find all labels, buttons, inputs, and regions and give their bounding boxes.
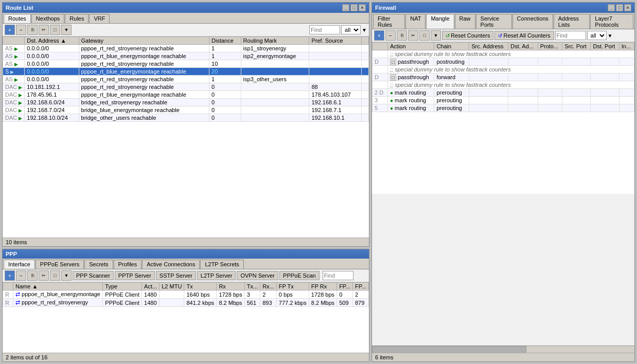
- route-filter-arrow[interactable]: ▼: [362, 27, 367, 33]
- add-route-btn[interactable]: +: [5, 25, 15, 35]
- tab-interface[interactable]: Interface: [4, 260, 35, 269]
- copy-fw-btn[interactable]: ⎘: [397, 30, 407, 41]
- tab-profiles[interactable]: Profiles: [114, 260, 142, 269]
- fw-filter-arrow[interactable]: ▼: [608, 33, 613, 39]
- tab-service-ports[interactable]: Service Ports: [476, 14, 512, 29]
- fw-row[interactable]: D □ passthrough postrouting: [373, 58, 634, 66]
- reset-fw-btn[interactable]: □: [419, 30, 430, 41]
- tab-vrf[interactable]: VRF: [89, 14, 110, 23]
- tab-routes[interactable]: Routes: [4, 14, 31, 23]
- route-find-input[interactable]: [309, 25, 340, 34]
- col-fptx[interactable]: FP Tx: [276, 283, 309, 290]
- reset-route-btn[interactable]: □: [50, 25, 60, 35]
- tab-layer7[interactable]: Layer7 Protocols: [590, 14, 633, 29]
- col-gateway[interactable]: Gateway: [79, 37, 209, 45]
- copy-route-btn[interactable]: ⎘: [27, 25, 38, 35]
- fw-scroll-thumb[interactable]: [372, 346, 526, 353]
- tab-pppoe-servers[interactable]: PPPoE Servers: [36, 260, 84, 269]
- reset-all-counters-btn[interactable]: ↺ Reset All Counters: [494, 31, 554, 40]
- filter-ppp-btn[interactable]: ▼: [61, 270, 72, 281]
- tab-rules[interactable]: Rules: [65, 14, 89, 23]
- col-mtu[interactable]: L2 MTU: [160, 283, 184, 290]
- minimize-btn[interactable]: _: [342, 4, 349, 11]
- close-btn[interactable]: ×: [359, 4, 366, 11]
- col-txp[interactable]: Tx...: [244, 283, 260, 290]
- col-src-port[interactable]: Src. Port: [562, 43, 591, 50]
- col-dst-port[interactable]: Dst. Port: [591, 43, 619, 50]
- col-distance[interactable]: Distance: [209, 37, 241, 45]
- col-mark[interactable]: Routing Mark: [241, 37, 309, 45]
- fw-minimize-btn[interactable]: _: [608, 4, 615, 11]
- tab-connections[interactable]: Connections: [512, 14, 553, 29]
- tab-active-connections[interactable]: Active Connections: [142, 260, 200, 269]
- route-row[interactable]: DAC ▶ 178.45.96.1 pppoe_rt_blue_energymo…: [3, 91, 369, 99]
- route-row[interactable]: DAC ▶ 192.168.7.0/24 bridge_blue_energym…: [3, 106, 369, 114]
- col-pref[interactable]: Pref. Source: [309, 37, 362, 45]
- fw-close-btn[interactable]: ×: [624, 4, 631, 11]
- col-chain[interactable]: Chain: [434, 43, 469, 50]
- col-in[interactable]: In...: [619, 43, 634, 50]
- fw-row[interactable]: D □ passthrough forward: [373, 74, 634, 81]
- col-tx[interactable]: Tx: [184, 283, 217, 290]
- pptp-server-btn[interactable]: PPTP Server: [115, 271, 155, 280]
- col-rxp[interactable]: Rx...: [260, 283, 277, 290]
- col-act[interactable]: Act...: [142, 283, 160, 290]
- col-fp1[interactable]: FP...: [337, 283, 353, 290]
- route-row[interactable]: AS ▶ 0.0.0.0/0 pppoe_rt_red_stroyenergy …: [3, 45, 369, 52]
- remove-ppp-btn[interactable]: −: [16, 270, 26, 281]
- col-proto[interactable]: Proto...: [538, 43, 562, 50]
- pppoe-scan-btn[interactable]: PPPoE Scan: [279, 271, 320, 280]
- ppp-find-input[interactable]: [323, 271, 353, 280]
- tab-nexthops[interactable]: Nexthops: [31, 14, 64, 23]
- fw-row[interactable]: 5 ● mark routing prerouting: [373, 104, 634, 112]
- tab-l2tp-secrets[interactable]: L2TP Secrets: [200, 260, 243, 269]
- route-row[interactable]: DAC ▶ 192.168.6.0/24 bridge_red_stroyene…: [3, 99, 369, 106]
- fw-row[interactable]: 3 ● mark routing prerouting: [373, 97, 634, 104]
- route-filter-select[interactable]: all: [341, 25, 361, 34]
- paste-route-btn[interactable]: ✂: [39, 25, 49, 35]
- route-row[interactable]: AS ▶ 0.0.0.0/0 pppoe_rt_blue_energymonta…: [3, 52, 369, 60]
- paste-fw-btn[interactable]: ✂: [408, 30, 418, 41]
- fw-scrollbar[interactable]: [372, 345, 634, 353]
- tab-raw[interactable]: Raw: [455, 14, 475, 29]
- remove-fw-btn[interactable]: −: [385, 30, 396, 41]
- col-src-addr[interactable]: Src. Address: [469, 43, 508, 50]
- col-action[interactable]: Action: [388, 43, 434, 50]
- tab-filter-rules[interactable]: Filter Rules: [373, 14, 405, 29]
- ovpn-server-btn[interactable]: OVPN Server: [237, 271, 278, 280]
- reset-ppp-btn[interactable]: □: [50, 270, 60, 281]
- col-name[interactable]: Name ▲: [13, 283, 103, 290]
- route-row[interactable]: S ▶ 0.0.0.0/0 pppoe_rt_blue_energymontag…: [3, 68, 369, 76]
- copy-ppp-btn[interactable]: ⎘: [27, 270, 38, 281]
- ppp-row[interactable]: R ⇄ pppoe_rt_blue_energymontage PPPoE Cl…: [3, 290, 369, 299]
- reset-counters-btn[interactable]: ↺ Reset Counters: [442, 31, 493, 40]
- col-fp2[interactable]: FP...: [353, 283, 369, 290]
- route-row[interactable]: AS ▶ 0.0.0.0/0 pppoe_rt_red_stroyenergy …: [3, 76, 369, 83]
- col-type[interactable]: Type: [103, 283, 142, 290]
- route-row[interactable]: DAC ▶ 10.181.192.1 pppoe_rt_red_stroyene…: [3, 83, 369, 91]
- col-fprx[interactable]: FP Rx: [309, 283, 337, 290]
- tab-address-lists[interactable]: Address Lists: [554, 14, 590, 29]
- fw-maximize-btn[interactable]: □: [616, 4, 623, 11]
- ppp-scanner-btn[interactable]: PPP Scanner: [73, 271, 114, 280]
- add-ppp-btn[interactable]: +: [5, 270, 15, 281]
- col-rx[interactable]: Rx: [217, 283, 244, 290]
- tab-secrets[interactable]: Secrets: [84, 260, 113, 269]
- paste-ppp-btn[interactable]: ✂: [39, 270, 49, 281]
- route-row[interactable]: DAC ▶ 192.168.10.0/24 bridge_other_users…: [3, 114, 369, 122]
- maximize-btn[interactable]: □: [350, 4, 358, 11]
- filter-route-btn[interactable]: ▼: [61, 25, 72, 35]
- fw-row[interactable]: 2 D ● mark routing prerouting: [373, 89, 634, 97]
- remove-route-btn[interactable]: −: [16, 25, 26, 35]
- tab-mangle[interactable]: Mangle: [426, 14, 454, 29]
- ppp-row[interactable]: R ⇄ pppoe_rt_red_stroyenergy PPPoE Clien…: [3, 299, 369, 307]
- fw-filter-select[interactable]: all: [587, 31, 607, 40]
- l2tp-server-btn[interactable]: L2TP Server: [197, 271, 236, 280]
- add-fw-btn[interactable]: +: [374, 30, 384, 41]
- tab-nat[interactable]: NAT: [405, 14, 426, 29]
- route-row[interactable]: AS ▶ 0.0.0.0/0 pppoe_rt_red_stroyenergy …: [3, 60, 369, 68]
- col-dst[interactable]: Dst. Address ▲: [25, 37, 79, 45]
- col-dst-addr[interactable]: Dst. Ad...: [508, 43, 538, 50]
- filter-fw-btn[interactable]: ▼: [431, 30, 441, 41]
- fw-find-input[interactable]: [555, 31, 586, 40]
